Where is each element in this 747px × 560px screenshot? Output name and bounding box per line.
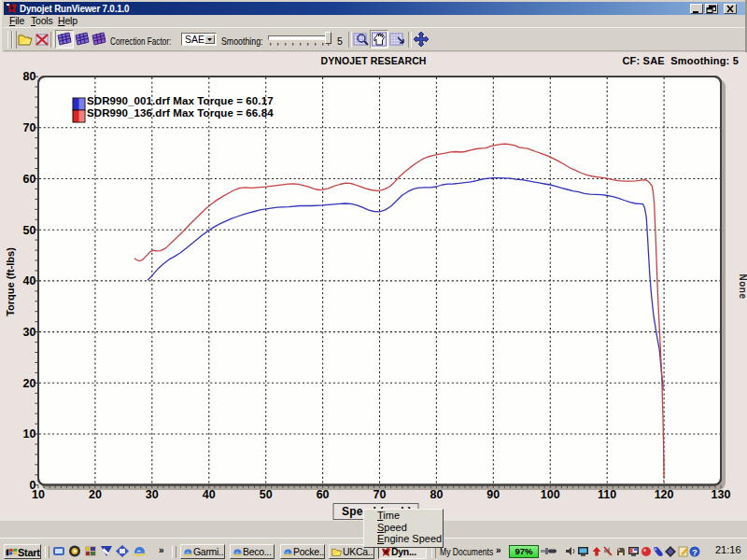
svg-text:70: 70 [23,121,36,134]
svg-text:CF: SAE Smoothing: 5: CF: SAE Smoothing: 5 [622,55,739,66]
svg-text:10: 10 [23,427,36,441]
svg-text:70: 70 [374,488,387,501]
svg-text:120: 120 [655,488,674,501]
svg-text:110: 110 [598,488,616,501]
svg-text:SDR990_136.drf Max Torque = 66: SDR990_136.drf Max Torque = 66.84 [87,107,274,119]
svg-text:Torque (ft-lbs): Torque (ft-lbs) [5,247,16,316]
svg-text:10: 10 [32,488,45,501]
svg-text:40: 40 [23,274,36,287]
svg-text:None: None [738,274,747,300]
svg-text:80: 80 [23,70,36,83]
svg-text:20: 20 [23,377,36,390]
svg-text:20: 20 [89,488,102,501]
svg-text:80: 80 [430,488,443,501]
svg-text:60: 60 [317,488,330,501]
svg-text:90: 90 [486,488,500,501]
svg-text:100: 100 [541,488,560,501]
svg-text:DYNOJET RESEARCH: DYNOJET RESEARCH [320,55,426,66]
svg-text:40: 40 [203,488,216,501]
svg-text:130: 130 [712,488,731,501]
svg-text:60: 60 [23,173,36,186]
svg-text:50: 50 [23,224,36,237]
svg-text:30: 30 [146,488,159,501]
svg-text:50: 50 [260,488,273,501]
svg-text:?: ? [692,548,698,557]
svg-text:30: 30 [23,326,36,339]
svg-text:SDR990_001.drf Max Torque = 60: SDR990_001.drf Max Torque = 60.17 [87,95,274,106]
